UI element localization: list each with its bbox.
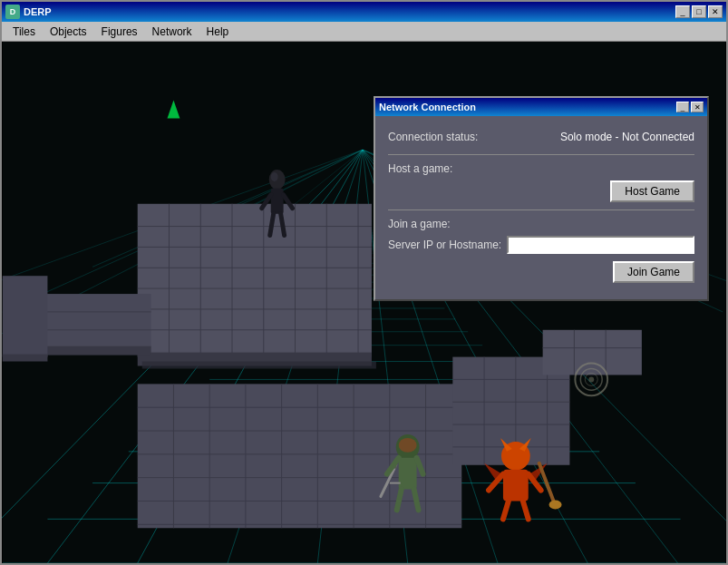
join-section-label: Join a game:: [388, 218, 694, 230]
title-bar-left: D DERP: [5, 5, 52, 19]
title-bar: D DERP _ □ ✕: [2, 2, 726, 22]
connection-status-value: Solo mode - Not Connected: [560, 131, 694, 143]
game-viewport: Network Connection _ ✕ Connection status…: [2, 42, 726, 563]
svg-point-114: [271, 172, 278, 181]
host-game-section: Host a game: Host Game: [388, 162, 694, 202]
window-title: DERP: [24, 6, 52, 17]
dialog-title-bar: Network Connection _ ✕: [375, 98, 707, 116]
maximize-button[interactable]: □: [692, 5, 706, 18]
dialog-body: Connection status: Solo mode - Not Conne…: [375, 116, 707, 299]
join-game-section: Join a game: Server IP or Hostname: Join…: [388, 218, 694, 283]
svg-rect-116: [399, 458, 417, 490]
dialog-title: Network Connection: [379, 102, 476, 112]
join-game-button[interactable]: Join Game: [613, 261, 694, 283]
divider-2: [388, 209, 694, 210]
server-ip-row: Server IP or Hostname:: [388, 236, 694, 254]
title-bar-buttons: _ □ ✕: [675, 5, 723, 18]
app-icon: D: [5, 5, 20, 19]
minimize-button[interactable]: _: [675, 5, 690, 18]
svg-rect-109: [271, 189, 284, 214]
menu-tiles[interactable]: Tiles: [5, 24, 43, 40]
host-button-row: Host Game: [388, 180, 694, 202]
connection-status-row: Connection status: Solo mode - Not Conne…: [388, 127, 694, 147]
dialog-close-button[interactable]: ✕: [691, 102, 704, 112]
svg-rect-73: [142, 362, 376, 369]
join-button-row: Join Game: [388, 261, 694, 283]
connection-status-label: Connection status:: [388, 131, 478, 143]
menu-help[interactable]: Help: [199, 24, 237, 40]
network-dialog: Network Connection _ ✕ Connection status…: [374, 96, 709, 301]
close-button[interactable]: ✕: [708, 5, 723, 18]
svg-point-124: [399, 438, 417, 453]
main-window: D DERP _ □ ✕ Tiles Objects Figures Netwo…: [0, 0, 728, 565]
dialog-minimize-button[interactable]: _: [676, 102, 689, 112]
dialog-controls: _ ✕: [676, 102, 704, 112]
menu-objects[interactable]: Objects: [43, 24, 94, 40]
server-ip-input[interactable]: [507, 236, 694, 254]
menu-figures[interactable]: Figures: [94, 24, 145, 40]
menu-bar: Tiles Objects Figures Network Help: [2, 22, 726, 42]
menu-network[interactable]: Network: [145, 24, 199, 40]
host-section-label: Host a game:: [388, 162, 694, 175]
divider-1: [388, 154, 694, 155]
svg-point-136: [549, 500, 562, 509]
server-ip-label: Server IP or Hostname:: [388, 239, 501, 251]
svg-rect-79: [3, 355, 48, 362]
svg-rect-78: [3, 276, 48, 356]
svg-point-140: [588, 376, 594, 382]
svg-rect-126: [503, 470, 529, 502]
host-game-button[interactable]: Host Game: [610, 180, 694, 202]
